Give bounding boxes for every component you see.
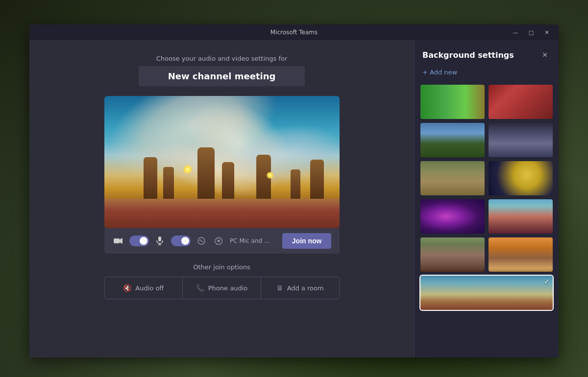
camera-icon[interactable]	[112, 234, 124, 248]
bg-thumb-alien-landscape[interactable]	[489, 199, 553, 234]
join-now-button[interactable]: Join now	[282, 233, 332, 249]
bg-thumb-galaxy[interactable]	[420, 199, 485, 234]
maximize-button[interactable]: □	[525, 26, 537, 38]
svg-point-6	[218, 240, 220, 242]
add-room-icon: 🖥	[276, 284, 283, 292]
window-body: Choose your audio and video settings for…	[29, 40, 559, 357]
svg-marker-1	[120, 238, 122, 244]
rock-7	[310, 160, 324, 201]
mic-toggle[interactable]	[171, 236, 191, 246]
audio-off-icon: 🔇	[123, 284, 131, 292]
other-join-title: Other join options	[193, 263, 250, 271]
join-options-bar: 🔇 Audio off 📞 Phone audio 🖥 Add a room	[104, 277, 340, 299]
bg-thumb-ruins[interactable]	[420, 161, 485, 195]
phone-audio-icon: 📞	[196, 284, 204, 292]
add-room-option[interactable]: 🖥 Add a room	[261, 277, 339, 299]
noise-cancellation-icon[interactable]	[196, 234, 208, 248]
sun-glow-1	[183, 165, 193, 174]
audio-device-label: PC Mic and Sp...	[230, 237, 272, 244]
rock-6	[291, 169, 300, 201]
bg-row-3	[420, 199, 553, 234]
svg-rect-2	[158, 236, 161, 241]
window-title: Microsoft Teams	[270, 29, 318, 36]
microphone-icon[interactable]	[154, 234, 166, 248]
selected-checkmark: ✓	[544, 278, 550, 285]
add-new-background-button[interactable]: + Add new	[415, 67, 559, 83]
application-window: Microsoft Teams — □ ✕ Choose your audio …	[29, 24, 559, 357]
bg-thumb-planet[interactable]	[489, 161, 553, 195]
subtitle-text: Choose your audio and video settings for	[156, 55, 288, 62]
rock-4	[222, 162, 234, 201]
audio-off-label: Audio off	[135, 284, 164, 292]
bg-row-4	[420, 237, 553, 272]
minimize-button[interactable]: —	[510, 26, 521, 38]
rock-2	[163, 167, 174, 201]
rock-1	[144, 157, 157, 201]
main-content: Choose your audio and video settings for…	[29, 40, 414, 357]
titlebar: Microsoft Teams — □ ✕	[29, 24, 559, 40]
audio-off-option[interactable]: 🔇 Audio off	[105, 277, 183, 299]
bg-thumb-mountain[interactable]	[420, 123, 485, 157]
bg-thumb-desert-swirl[interactable]: ✓	[420, 276, 553, 310]
phone-audio-label: Phone audio	[208, 284, 247, 292]
bg-row-2	[420, 161, 553, 195]
bg-panel-close-button[interactable]: ✕	[539, 49, 551, 61]
phone-audio-option[interactable]: 📞 Phone audio	[183, 277, 261, 299]
video-toggle[interactable]	[129, 236, 149, 246]
background-thumbnails: ✓	[415, 83, 559, 357]
bg-row-1	[420, 123, 553, 157]
bg-thumb-cobblestone[interactable]	[420, 237, 485, 272]
close-button[interactable]: ✕	[541, 26, 553, 38]
settings-icon[interactable]	[213, 234, 225, 248]
background-settings-panel: Background settings ✕ + Add new	[414, 40, 559, 357]
bg-row-5: ✓	[420, 276, 553, 310]
rock-3	[197, 147, 215, 201]
meeting-title: New channel meeting	[168, 71, 276, 81]
add-new-label: + Add new	[422, 69, 457, 76]
add-room-label: Add a room	[287, 284, 324, 292]
meeting-title-bar: New channel meeting	[139, 66, 305, 86]
window-controls: — □ ✕	[510, 26, 553, 38]
bg-thumb-red-abstract[interactable]	[489, 85, 553, 119]
bg-panel-title: Background settings	[422, 50, 514, 60]
bg-row-0	[420, 85, 553, 119]
controls-bar: PC Mic and Sp... Join now	[104, 228, 340, 254]
bg-thumb-green-bar[interactable]	[420, 85, 485, 119]
bg-thumb-fantasy[interactable]	[489, 237, 553, 272]
video-preview	[104, 96, 340, 228]
bg-panel-header: Background settings ✕	[415, 40, 559, 67]
bg-thumb-scifi-arch[interactable]	[489, 123, 553, 157]
video-background	[104, 96, 340, 228]
svg-rect-0	[114, 238, 120, 243]
ground	[104, 199, 340, 228]
sun-glow-2	[266, 171, 274, 179]
